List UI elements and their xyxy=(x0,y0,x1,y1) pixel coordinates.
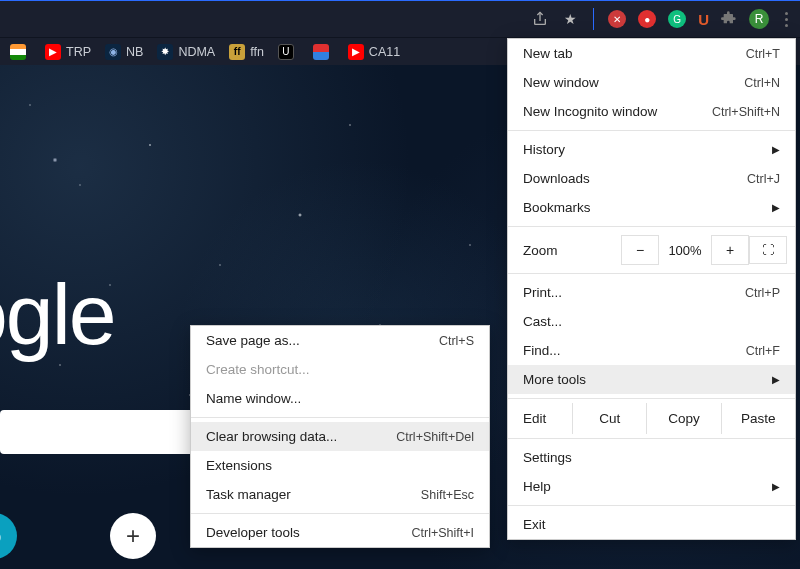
bookmark-label: NDMA xyxy=(178,45,215,59)
menu-separator xyxy=(508,273,795,274)
menu-label: Task manager xyxy=(206,487,291,502)
menu-shortcut: Shift+Esc xyxy=(421,488,474,502)
zoom-in-button[interactable]: + xyxy=(711,235,749,265)
menu-label: Help xyxy=(523,479,551,494)
browser-toolbar: ★ ✕ ● G U R xyxy=(0,0,800,37)
menu-label: Developer tools xyxy=(206,525,300,540)
menu-settings[interactable]: Settings xyxy=(508,443,795,472)
menu-developer-tools[interactable]: Developer tools Ctrl+Shift+I xyxy=(191,518,489,547)
bookmark-star-icon[interactable]: ★ xyxy=(561,10,579,28)
menu-clear-browsing-data[interactable]: Clear browsing data... Ctrl+Shift+Del xyxy=(191,422,489,451)
bookmark-item[interactable]: U xyxy=(278,44,299,60)
add-shortcut-button[interactable]: + xyxy=(110,513,156,559)
menu-label: New window xyxy=(523,75,599,90)
flag-india-icon xyxy=(10,44,26,60)
menu-label: Cast... xyxy=(523,314,562,329)
bookmark-item[interactable]: ffffn xyxy=(229,44,264,60)
profile-avatar[interactable]: R xyxy=(749,9,769,29)
menu-label: Exit xyxy=(523,517,546,532)
menu-separator xyxy=(191,513,489,514)
menu-edit-row: Edit Cut Copy Paste xyxy=(508,403,795,434)
menu-print[interactable]: Print... Ctrl+P xyxy=(508,278,795,307)
chrome-menu-button[interactable] xyxy=(781,8,792,31)
menu-separator xyxy=(508,438,795,439)
menu-zoom-row: Zoom − 100% + xyxy=(508,231,795,269)
menu-label: Create shortcut... xyxy=(206,362,310,377)
menu-exit[interactable]: Exit xyxy=(508,510,795,539)
google-logo-text: ogle xyxy=(0,265,115,364)
menu-new-window[interactable]: New window Ctrl+N xyxy=(508,68,795,97)
menu-name-window[interactable]: Name window... xyxy=(191,384,489,413)
bookmark-label: ffn xyxy=(250,45,264,59)
extension-u-icon[interactable]: U xyxy=(698,11,709,28)
edit-cut-button[interactable]: Cut xyxy=(572,403,646,434)
bookmark-label: TRP xyxy=(66,45,91,59)
menu-shortcut: Ctrl+N xyxy=(744,76,780,90)
bookmark-label: CA11 xyxy=(369,45,400,59)
menu-new-incognito[interactable]: New Incognito window Ctrl+Shift+N xyxy=(508,97,795,126)
fullscreen-button[interactable] xyxy=(749,236,787,264)
extension-icon-2[interactable]: ● xyxy=(638,10,656,28)
menu-label: Save page as... xyxy=(206,333,300,348)
bookmark-label: NB xyxy=(126,45,143,59)
menu-label: Print... xyxy=(523,285,562,300)
menu-label: Extensions xyxy=(206,458,272,473)
menu-help[interactable]: Help ▶ xyxy=(508,472,795,501)
extension-icon-1[interactable]: ✕ xyxy=(608,10,626,28)
menu-bookmarks[interactable]: Bookmarks ▶ xyxy=(508,193,795,222)
menu-label: New Incognito window xyxy=(523,104,657,119)
zoom-value: 100% xyxy=(659,243,711,258)
menu-shortcut: Ctrl+Shift+Del xyxy=(396,430,474,444)
bookmark-item[interactable]: ▶TRP xyxy=(45,44,91,60)
menu-label: New tab xyxy=(523,46,573,61)
menu-save-page-as[interactable]: Save page as... Ctrl+S xyxy=(191,326,489,355)
pixel-icon xyxy=(313,44,329,60)
menu-create-shortcut: Create shortcut... xyxy=(191,355,489,384)
menu-label: Name window... xyxy=(206,391,301,406)
menu-separator xyxy=(508,505,795,506)
menu-separator xyxy=(508,398,795,399)
menu-shortcut: Ctrl+P xyxy=(745,286,780,300)
menu-cast[interactable]: Cast... xyxy=(508,307,795,336)
more-tools-submenu: Save page as... Ctrl+S Create shortcut..… xyxy=(190,325,490,548)
share-icon[interactable] xyxy=(531,10,549,28)
extensions-puzzle-icon[interactable] xyxy=(721,10,737,29)
menu-extensions[interactable]: Extensions xyxy=(191,451,489,480)
ffn-icon: ff xyxy=(229,44,245,60)
youtube-icon: ▶ xyxy=(348,44,364,60)
menu-separator xyxy=(508,130,795,131)
menu-label: History xyxy=(523,142,565,157)
menu-new-tab[interactable]: New tab Ctrl+T xyxy=(508,39,795,68)
menu-label: Downloads xyxy=(523,171,590,186)
submenu-arrow-icon: ▶ xyxy=(772,374,780,385)
menu-shortcut: Ctrl+J xyxy=(747,172,780,186)
submenu-arrow-icon: ▶ xyxy=(772,481,780,492)
youtube-icon: ▶ xyxy=(45,44,61,60)
bookmark-item[interactable]: ✸NDMA xyxy=(157,44,215,60)
edit-label: Edit xyxy=(508,403,572,434)
shortcut-chip[interactable]: o xyxy=(0,513,17,559)
edit-copy-button[interactable]: Copy xyxy=(646,403,720,434)
ndma-icon: ✸ xyxy=(157,44,173,60)
menu-downloads[interactable]: Downloads Ctrl+J xyxy=(508,164,795,193)
bookmark-item[interactable]: ▶CA11 xyxy=(348,44,400,60)
menu-more-tools[interactable]: More tools ▶ xyxy=(508,365,795,394)
bookmark-item[interactable]: ◉NB xyxy=(105,44,143,60)
menu-shortcut: Ctrl+T xyxy=(746,47,780,61)
menu-find[interactable]: Find... Ctrl+F xyxy=(508,336,795,365)
menu-label: More tools xyxy=(523,372,586,387)
menu-shortcut: Ctrl+F xyxy=(746,344,780,358)
menu-history[interactable]: History ▶ xyxy=(508,135,795,164)
menu-label: Clear browsing data... xyxy=(206,429,337,444)
menu-shortcut: Ctrl+Shift+N xyxy=(712,105,780,119)
bookmark-item[interactable] xyxy=(10,44,31,60)
extension-grammarly-icon[interactable]: G xyxy=(668,10,686,28)
edit-paste-button[interactable]: Paste xyxy=(721,403,795,434)
zoom-label: Zoom xyxy=(523,243,621,258)
bookmark-item[interactable] xyxy=(313,44,334,60)
zoom-out-button[interactable]: − xyxy=(621,235,659,265)
menu-shortcut: Ctrl+Shift+I xyxy=(411,526,474,540)
menu-separator xyxy=(191,417,489,418)
menu-task-manager[interactable]: Task manager Shift+Esc xyxy=(191,480,489,509)
u-square-icon: U xyxy=(278,44,294,60)
